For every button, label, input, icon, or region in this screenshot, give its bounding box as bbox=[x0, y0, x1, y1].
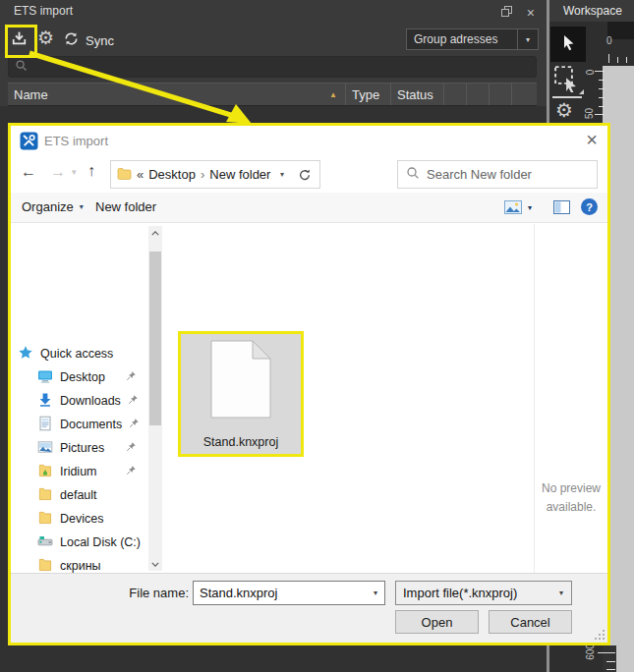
open-button[interactable]: Open bbox=[395, 610, 479, 634]
column-header-status[interactable]: Status bbox=[391, 84, 444, 105]
breadcrumb-desktop[interactable]: Desktop bbox=[148, 167, 196, 182]
address-bar[interactable]: « Desktop › New folder ▾ bbox=[110, 160, 291, 189]
file-name-input[interactable] bbox=[194, 586, 367, 600]
dialog-titlebar[interactable]: ETS import × bbox=[11, 126, 607, 157]
hard-drive-icon bbox=[37, 533, 53, 552]
file-item-stand-knxproj[interactable]: Stand.knxproj bbox=[178, 331, 304, 457]
pin-icon bbox=[126, 465, 137, 478]
file-name-field-label: File name: bbox=[110, 586, 189, 600]
sync-icon bbox=[63, 30, 80, 50]
breadcrumb-new-folder[interactable]: New folder bbox=[209, 167, 270, 182]
file-open-dialog: ETS import × ← → ▾ ↑ « Desktop › New fol… bbox=[8, 123, 610, 645]
dialog-toolbar: Organize ▾ New folder ▾ ? bbox=[11, 193, 607, 223]
dialog-search-box[interactable] bbox=[397, 160, 598, 189]
organize-caret-icon: ▾ bbox=[80, 202, 84, 211]
sidebar-scrollbar[interactable] bbox=[148, 226, 162, 571]
vruler-label-50: 50 bbox=[584, 108, 595, 119]
screen: ETS import × ⚙ Sync Group adresses ▾ bbox=[0, 0, 634, 672]
sidebar-item-desktop[interactable]: Desktop bbox=[11, 365, 146, 389]
dialog-footer: File name: ▾ Import file(*.knxproj) ▾ Op… bbox=[11, 573, 607, 643]
pin-icon bbox=[126, 370, 137, 384]
workspace-gear-icon[interactable]: ⚙ bbox=[555, 98, 573, 122]
cancel-button[interactable]: Cancel bbox=[489, 610, 572, 634]
breadcrumb-separator-icon: › bbox=[201, 167, 204, 182]
file-name-combobox[interactable]: ▾ bbox=[193, 581, 385, 605]
search-input[interactable] bbox=[427, 167, 574, 182]
desktop-icon bbox=[37, 368, 53, 387]
help-icon[interactable]: ? bbox=[581, 198, 598, 215]
pin-icon bbox=[126, 441, 137, 455]
pictures-icon bbox=[37, 439, 53, 458]
documents-icon bbox=[37, 416, 53, 434]
scroll-down-icon[interactable] bbox=[148, 557, 162, 571]
settings-button[interactable]: ⚙ bbox=[37, 27, 54, 49]
file-type-dropdown[interactable]: Import file(*.knxproj) ▾ bbox=[395, 581, 572, 605]
sync-button[interactable]: Sync bbox=[63, 30, 114, 50]
new-folder-button[interactable]: New folder bbox=[95, 199, 156, 214]
panel-title: ETS import bbox=[14, 4, 73, 18]
folder-icon bbox=[37, 557, 53, 574]
scrollbar-thumb[interactable] bbox=[149, 252, 161, 425]
sidebar-item-downloads[interactable]: Downloads bbox=[11, 389, 146, 413]
address-overflow-chevrons[interactable]: « bbox=[137, 167, 144, 182]
group-addresses-value: Group adresses bbox=[407, 32, 517, 46]
preview-pane-icon[interactable] bbox=[553, 200, 570, 217]
tool-flyout-corner bbox=[579, 89, 584, 94]
select-tool-button[interactable] bbox=[550, 27, 586, 62]
column-header-empty[interactable] bbox=[467, 84, 490, 105]
hruler-label-0: 0 bbox=[606, 35, 612, 46]
marquee-zoom-tool-button[interactable] bbox=[552, 65, 584, 94]
sidebar-item-documents[interactable]: Documents bbox=[11, 413, 146, 436]
column-header-name[interactable]: Name ▲ bbox=[8, 84, 346, 105]
dialog-app-icon bbox=[20, 132, 38, 154]
chevron-down-icon: ▾ bbox=[551, 588, 571, 597]
sidebar-item-devices[interactable]: Devices bbox=[11, 507, 146, 531]
column-header-empty[interactable] bbox=[444, 84, 467, 105]
column-header-type[interactable]: Type bbox=[346, 84, 391, 105]
views-caret-icon[interactable]: ▾ bbox=[528, 203, 532, 212]
file-document-icon bbox=[210, 340, 271, 422]
sidebar-item-quick-access[interactable]: Quick access bbox=[11, 342, 146, 365]
sidebar-item-local-disk[interactable]: Local Disk (C:) bbox=[11, 531, 146, 554]
file-type-value: Import file(*.knxproj) bbox=[396, 586, 551, 600]
marquee-zoom-icon bbox=[552, 65, 582, 92]
ruler-corner bbox=[603, 645, 616, 672]
preview-divider bbox=[534, 224, 535, 573]
refresh-button[interactable] bbox=[290, 160, 320, 189]
resize-grip[interactable] bbox=[593, 628, 605, 640]
thumbnail-view-icon[interactable] bbox=[504, 200, 522, 217]
sidebar-item-default[interactable]: default bbox=[11, 483, 146, 507]
vruler-label-600: 600 bbox=[585, 644, 596, 660]
column-header-empty[interactable] bbox=[512, 84, 537, 105]
dialog-close-button[interactable]: × bbox=[586, 129, 598, 151]
up-button[interactable]: ↑ bbox=[87, 162, 95, 180]
column-header-empty[interactable] bbox=[490, 84, 512, 105]
recent-locations-chevron[interactable]: ▾ bbox=[72, 167, 77, 177]
preview-pane-text: No preview available. bbox=[538, 479, 605, 516]
gear-icon: ⚙ bbox=[37, 27, 54, 49]
dialog-main-area: Quick access Desktop Downloads Documents… bbox=[11, 224, 607, 573]
pin-icon bbox=[129, 418, 140, 431]
address-dropdown-chevron[interactable]: ▾ bbox=[280, 170, 284, 179]
organize-button[interactable]: Organize ▾ bbox=[22, 199, 84, 214]
search-icon bbox=[406, 166, 420, 184]
sidebar-item-iridium[interactable]: Iridium bbox=[11, 460, 146, 483]
scroll-up-icon[interactable] bbox=[148, 226, 162, 240]
close-panel-icon[interactable]: × bbox=[527, 7, 535, 19]
chevron-down-icon[interactable]: ▾ bbox=[367, 588, 384, 597]
chevron-down-icon: ▾ bbox=[517, 29, 538, 49]
downloads-icon bbox=[37, 392, 53, 411]
folder-icon bbox=[37, 510, 53, 529]
sidebar-item-skriny[interactable]: скрины bbox=[11, 554, 146, 573]
folder-icon bbox=[117, 167, 132, 183]
workspace-tab-label: Workspace bbox=[563, 4, 622, 18]
file-name-label: Stand.knxproj bbox=[181, 435, 301, 449]
ets-search-input[interactable] bbox=[8, 56, 537, 78]
forward-button[interactable]: → bbox=[50, 163, 66, 181]
group-addresses-dropdown[interactable]: Group adresses ▾ bbox=[406, 28, 539, 50]
iridium-folder-icon bbox=[37, 463, 53, 481]
folder-icon bbox=[37, 486, 53, 505]
back-button[interactable]: ← bbox=[21, 163, 36, 181]
float-window-icon[interactable] bbox=[501, 4, 513, 22]
sidebar-item-pictures[interactable]: Pictures bbox=[11, 436, 146, 460]
